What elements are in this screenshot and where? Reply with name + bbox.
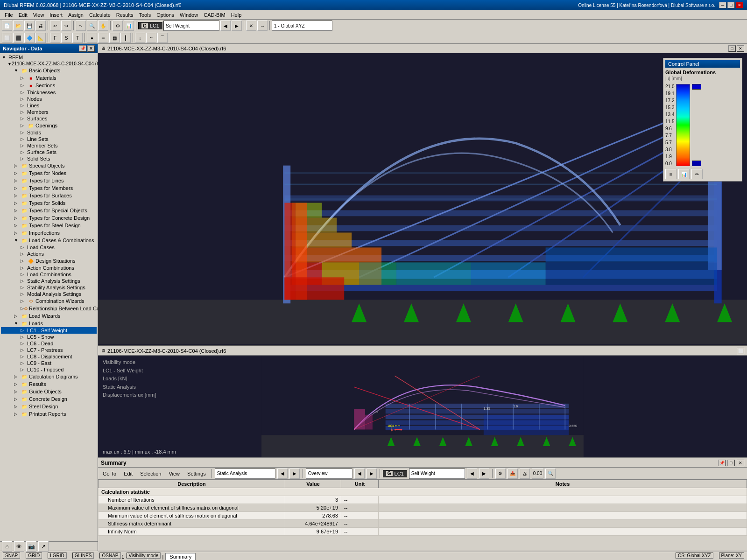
nav-item-lines[interactable]: ▷ Lines bbox=[1, 102, 97, 109]
nav-item-lc10[interactable]: ▷ LC10 - Imposed bbox=[1, 366, 97, 373]
lc-selector[interactable]: G LC1 bbox=[138, 22, 162, 29]
nav-item-basic-objects[interactable]: ▼ 📁 Basic Objects bbox=[1, 67, 97, 74]
nav-item-types-members[interactable]: ▷ 📁 Types for Members bbox=[1, 184, 97, 192]
tb-loads[interactable]: ↓ bbox=[135, 33, 145, 43]
tb-new[interactable]: 📄 bbox=[2, 21, 12, 31]
vp-restore-btn[interactable]: □ bbox=[728, 45, 736, 52]
tb-undo[interactable]: ↩ bbox=[50, 21, 60, 31]
nav-item-lc7[interactable]: ▷ LC7 - Prestress bbox=[1, 347, 97, 353]
cp-btn-chart[interactable]: 📊 bbox=[678, 169, 690, 179]
tb-zoom[interactable]: 🔍 bbox=[87, 21, 97, 31]
nav-item-guide-objects[interactable]: ▷ 📁 Guide Objects bbox=[1, 388, 97, 395]
tb-view2[interactable]: ⬛ bbox=[13, 33, 23, 43]
nav-item-action-comb[interactable]: ▷ Action Combinations bbox=[1, 265, 97, 271]
tb-deformed[interactable]: ⌒ bbox=[157, 33, 168, 43]
menu-options[interactable]: Options bbox=[154, 11, 177, 19]
tb-open[interactable]: 📂 bbox=[13, 21, 23, 31]
tb-members[interactable]: ┃ bbox=[120, 33, 131, 43]
sum-zoom[interactable]: 0.00 bbox=[532, 469, 543, 479]
tb-select[interactable]: ↖ bbox=[76, 21, 86, 31]
lc-name-dropdown[interactable]: Self Weight bbox=[163, 21, 219, 31]
sum-next[interactable]: ▶ bbox=[289, 469, 300, 479]
nav-item-stability-settings[interactable]: ▷ Stability Analysis Settings bbox=[1, 284, 97, 291]
bottom-viewport[interactable]: 🖥 21106-MCE-XX-ZZ-M3-C-2010-S4-C04 (Clos… bbox=[98, 345, 747, 457]
sum-lc-next[interactable]: ▶ bbox=[479, 469, 489, 479]
tb-view1[interactable]: ⬜ bbox=[2, 33, 12, 43]
nav-item-membersets[interactable]: ▷ Member Sets bbox=[1, 142, 97, 149]
nav-camera-btn[interactable]: 📷 bbox=[26, 541, 36, 552]
nav-item-load-wizards[interactable]: ▷ 📁 Load Wizards bbox=[1, 312, 97, 320]
summary-menu-edit[interactable]: Edit bbox=[121, 470, 135, 477]
nav-item-types-solids[interactable]: ▷ 📁 Types for Solids bbox=[1, 199, 97, 207]
nav-item-lc9[interactable]: ▷ LC9 - East bbox=[1, 360, 97, 366]
nav-item-modal-settings[interactable]: ▷ Modal Analysis Settings bbox=[1, 291, 97, 297]
nav-item-steel-design[interactable]: ▷ 📁 Steel Design bbox=[1, 403, 97, 410]
nav-arrow-btn[interactable]: ↗ bbox=[38, 541, 49, 552]
nav-item-members[interactable]: ▷ Members bbox=[1, 109, 97, 115]
menu-results[interactable]: Results bbox=[113, 11, 136, 19]
nav-pin-btn[interactable]: 📌 bbox=[79, 45, 86, 52]
nav-item-loads[interactable]: ▼ 📁 Loads bbox=[1, 320, 97, 327]
page-tab-summary[interactable]: Summary bbox=[165, 553, 196, 560]
nav-item-lc6[interactable]: ▷ LC6 - Dead bbox=[1, 340, 97, 347]
summary-menu-selection[interactable]: Selection bbox=[137, 470, 164, 477]
nav-item-types-steel[interactable]: ▷ 📁 Types for Steel Design bbox=[1, 222, 97, 229]
menu-window[interactable]: Window bbox=[177, 11, 201, 19]
tb-surfaces[interactable]: ▦ bbox=[109, 33, 120, 43]
status-visibility[interactable]: Visibility mode bbox=[127, 553, 161, 559]
sum-ov-prev[interactable]: ◀ bbox=[354, 469, 365, 479]
tb-pan[interactable]: ✋ bbox=[98, 21, 108, 31]
nav-eye-btn[interactable]: 👁 bbox=[14, 541, 24, 552]
nav-item-load-cases[interactable]: ▷ Load Cases bbox=[1, 244, 97, 251]
vp-close-btn[interactable]: ✕ bbox=[737, 45, 744, 52]
nav-item-comb-wizards[interactable]: ▷ ⚙ Combination Wizards bbox=[1, 297, 97, 305]
nav-item-solids[interactable]: ▷ Solids bbox=[1, 129, 97, 136]
sum-search[interactable]: 🔍 bbox=[545, 469, 556, 479]
nav-item-surfacesets[interactable]: ▷ Surface Sets bbox=[1, 149, 97, 155]
nav-item-results[interactable]: ▷ 📁 Results bbox=[1, 380, 97, 388]
menu-cadbim[interactable]: CAD-BIM bbox=[201, 11, 228, 19]
nav-item-special[interactable]: ▷ 📁 Special Objects bbox=[1, 162, 97, 169]
nav-item-openings[interactable]: ▷ 📁 Openings bbox=[1, 122, 97, 129]
analysis-type-dropdown[interactable]: Static Analysis bbox=[215, 469, 275, 479]
minimize-btn[interactable]: ─ bbox=[719, 2, 726, 8]
status-lgrid[interactable]: LGRID bbox=[48, 553, 67, 559]
summary-expand-btn[interactable]: □ bbox=[727, 460, 735, 466]
cp-btn-table[interactable]: ≡ bbox=[665, 169, 677, 179]
tb-lc-prev[interactable]: ◀ bbox=[220, 21, 231, 31]
nav-item-types-nodes[interactable]: ▷ 📁 Types for Nodes bbox=[1, 169, 97, 177]
nav-item-calc-diagrams[interactable]: ▷ 📁 Calculation Diagrams bbox=[1, 373, 97, 380]
sum-print[interactable]: 🖨 bbox=[520, 469, 530, 479]
menu-tools[interactable]: Tools bbox=[136, 11, 154, 19]
nav-item-types-concrete[interactable]: ▷ 📁 Types for Concrete Design bbox=[1, 214, 97, 222]
nav-item-linesets[interactable]: ▷ Line Sets bbox=[1, 136, 97, 142]
nav-item-lcc[interactable]: ▼ 📁 Load Cases & Combinations bbox=[1, 237, 97, 244]
nav-item-types-lines[interactable]: ▷ 📁 Types for Lines bbox=[1, 177, 97, 184]
nav-item-project[interactable]: ▼ 21106-MCE-XX-ZZ-M3-C-2010-S4-C04 (Clos… bbox=[1, 61, 97, 67]
summary-menu-view[interactable]: View bbox=[166, 470, 183, 477]
summary-pin-btn[interactable]: 📌 bbox=[718, 460, 726, 466]
tb-nodes[interactable]: ● bbox=[87, 33, 97, 43]
tb-results[interactable]: 📊 bbox=[124, 21, 134, 31]
nav-item-imperfections[interactable]: ▷ 📁 Imperfections bbox=[1, 229, 97, 237]
nav-item-load-comb[interactable]: ▷ Load Combinations bbox=[1, 271, 97, 278]
status-glines[interactable]: GLINES bbox=[72, 553, 94, 559]
menu-assign[interactable]: Assign bbox=[65, 11, 86, 19]
summary-menu-settings[interactable]: Settings bbox=[184, 470, 209, 477]
nav-item-static-settings[interactable]: ▷ Static Analysis Settings bbox=[1, 278, 97, 284]
sum-lc-prev[interactable]: ◀ bbox=[467, 469, 477, 479]
tb-y-arrow[interactable]: → bbox=[257, 21, 268, 31]
maximize-btn[interactable]: □ bbox=[727, 2, 735, 8]
bvp-expand-btn[interactable]: ⬜ bbox=[737, 348, 744, 354]
tb-results-disp[interactable]: ~ bbox=[146, 33, 156, 43]
tb-lc-next[interactable]: ▶ bbox=[232, 21, 242, 31]
nav-item-thicknesses[interactable]: ▷ Thicknesses bbox=[1, 89, 97, 96]
tb-calc[interactable]: ⚙ bbox=[113, 21, 123, 31]
nav-item-types-surfaces[interactable]: ▷ 📁 Types for Surfaces bbox=[1, 192, 97, 199]
tb-save[interactable]: 💾 bbox=[24, 21, 35, 31]
nav-item-types-special[interactable]: ▷ 📁 Types for Special Objects bbox=[1, 207, 97, 214]
nav-item-surfaces[interactable]: ▷ Surfaces bbox=[1, 115, 97, 122]
tb-iso[interactable]: 🔷 bbox=[24, 33, 35, 43]
tb-side[interactable]: S bbox=[61, 33, 71, 43]
tb-persp[interactable]: 📐 bbox=[35, 33, 46, 43]
